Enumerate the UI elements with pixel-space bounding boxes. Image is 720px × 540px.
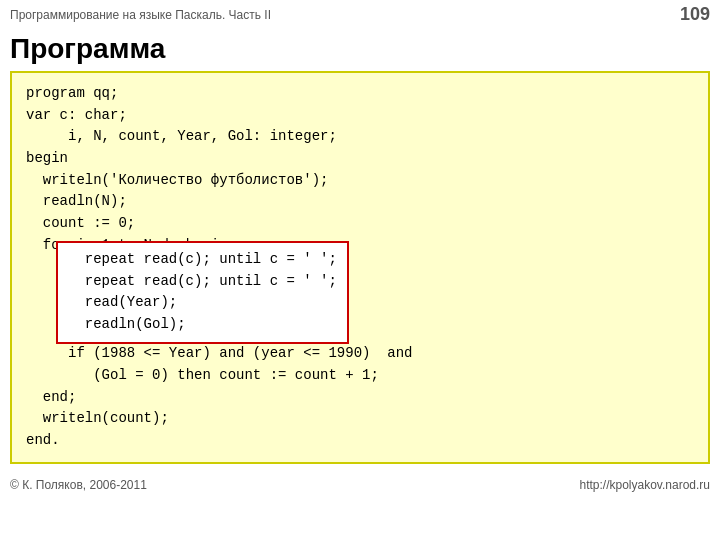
code-line: begin [26,148,694,170]
highlight-line: read(Year); [68,292,337,314]
header: Программирование на языке Паскаль. Часть… [0,0,720,29]
code-line: readln(N); [26,191,694,213]
code-line: end; [26,387,694,409]
header-left: Программирование на языке Паскаль. Часть… [10,8,271,22]
page-title: Программа [0,29,720,71]
code-line: if (1988 <= Year) and (year <= 1990) and [26,343,694,365]
highlight-line: readln(Gol); [68,314,337,336]
code-line: (Gol = 0) then count := count + 1; [26,365,694,387]
code-line: var c: char; [26,105,694,127]
highlight-line: repeat read(c); until c = ' '; [68,249,337,271]
footer-left: © К. Поляков, 2006-2011 [10,478,147,492]
code-line: count := 0; [26,213,694,235]
code-line: writeln(count); [26,408,694,430]
highlight-box: repeat read(c); until c = ' '; repeat re… [56,241,349,344]
code-area: program qq; var c: char; i, N, count, Ye… [10,71,710,464]
footer: © К. Поляков, 2006-2011 http://kpolyakov… [0,472,720,498]
code-line: program qq; [26,83,694,105]
highlight-line: repeat read(c); until c = ' '; [68,271,337,293]
code-line: end. [26,430,694,452]
footer-right: http://kpolyakov.narod.ru [579,478,710,492]
code-line: writeln('Количество футболистов'); [26,170,694,192]
header-right: 109 [680,4,710,25]
code-line: i, N, count, Year, Gol: integer; [26,126,694,148]
